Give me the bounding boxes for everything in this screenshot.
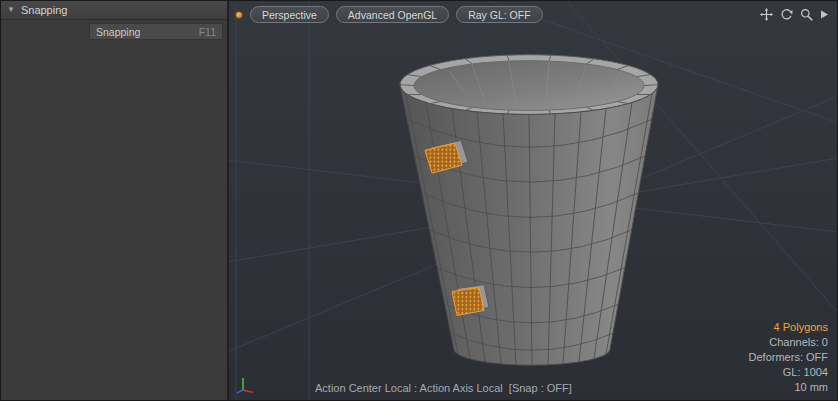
axis-gizmo-icon [236,372,260,394]
modo-window: ▼ Snapping Snapping F11 [0,0,838,401]
panel-title: Snapping [21,4,68,16]
view-controls [760,8,829,21]
perspective-button[interactable]: Perspective [250,6,329,23]
collapse-arrow-icon: ▼ [7,5,15,14]
viewport-info: 4 Polygons Channels: 0 Deformers: OFF GL… [749,320,828,395]
snapping-row: Snapping F11 [89,23,223,40]
ray-gl-button[interactable]: Ray GL: OFF [456,6,542,23]
cup-mesh[interactable] [400,55,658,365]
polygon-count: 4 Polygons [749,320,828,335]
advanced-opengl-button[interactable]: Advanced OpenGL [336,6,449,23]
snapping-shortcut: F11 [199,26,216,38]
snapping-panel: ▼ Snapping Snapping F11 [1,1,229,400]
gl-count: GL: 1004 [749,365,828,380]
viewport-3d[interactable]: Perspective Advanced OpenGL Ray GL: OFF [229,1,837,400]
grid-units: 10 mm [749,380,828,395]
selected-polygon-lower[interactable] [452,285,489,316]
snapping-button-label: Snapping [96,26,140,38]
action-center-status: Action Center Local : Action Axis Local … [315,382,572,394]
pan-icon[interactable] [760,8,773,21]
deformers-status: Deformers: OFF [749,350,828,365]
snapping-button[interactable]: Snapping F11 [89,23,223,40]
snapping-panel-header[interactable]: ▼ Snapping [1,1,227,20]
viewport-menu-arrow-icon[interactable] [820,9,829,20]
viewport-toolbar: Perspective Advanced OpenGL Ray GL: OFF [235,6,543,23]
rotate-icon[interactable] [780,8,793,21]
viewport-scene[interactable] [229,1,837,400]
zoom-icon[interactable] [800,8,813,21]
viewport-options-dot[interactable] [235,11,243,19]
cup-interior [414,61,644,111]
channels-count: Channels: 0 [749,335,828,350]
